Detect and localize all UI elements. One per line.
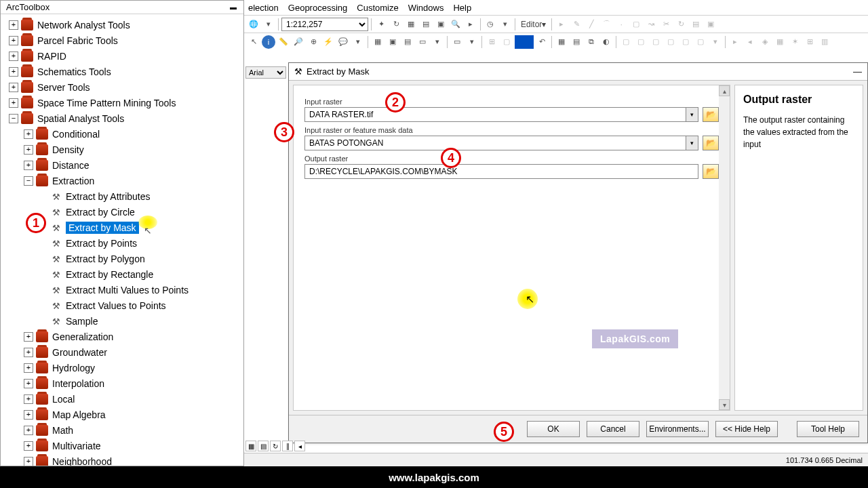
adjust-icon[interactable]: ◐ <box>599 35 613 49</box>
menu-item-election[interactable]: election <box>248 3 279 13</box>
input-raster-input[interactable] <box>305 108 686 121</box>
pause-drawing-icon[interactable]: ‖ <box>282 441 293 451</box>
flicker-icon[interactable]: ⧉ <box>585 35 598 49</box>
tool-item[interactable]: Extract by Rectangle <box>40 266 242 282</box>
toolset-item[interactable]: +Interpolation <box>24 375 242 391</box>
menu-item-customize[interactable]: Customize <box>357 3 398 13</box>
refresh-view-icon[interactable]: ↻ <box>270 441 281 451</box>
browse-button[interactable]: 📂 <box>703 107 719 122</box>
draw-more-icon[interactable]: ▾ <box>465 35 479 49</box>
cancel-button[interactable]: Cancel <box>587 421 639 437</box>
tool-item[interactable]: Extract Multi Values to Points <box>40 282 242 298</box>
table-icon[interactable]: ▤ <box>419 18 433 31</box>
menu-item-help[interactable]: Help <box>453 3 471 13</box>
georef-icon[interactable]: ▦ <box>371 35 384 49</box>
expand-icon[interactable]: + <box>9 36 18 45</box>
expand-icon[interactable]: + <box>24 363 33 373</box>
layout-view-tab[interactable]: ▤ <box>258 441 269 451</box>
georef-link-icon[interactable]: ▤ <box>401 35 414 49</box>
menu-item-geoprocessing[interactable]: Geoprocessing <box>288 3 347 13</box>
toolset-item[interactable]: +Map Algebra <box>24 407 242 422</box>
toolset-item[interactable]: +Space Time Pattern Mining Tools <box>9 95 242 110</box>
ok-button[interactable]: OK <box>527 421 580 437</box>
toolset-item[interactable]: +Multivariate <box>24 438 242 453</box>
layer-icon[interactable]: ▦ <box>404 18 418 31</box>
expand-icon[interactable]: + <box>24 129 33 139</box>
minimize-icon[interactable]: — <box>853 66 862 77</box>
expand-icon[interactable]: + <box>9 52 18 61</box>
tool-item[interactable]: Extract by Polygon <box>40 251 242 266</box>
toolset-item[interactable]: +Math <box>24 422 242 438</box>
arctoolbox-tree[interactable]: +Network Analyst Tools+Parcel Fabric Too… <box>1 14 243 466</box>
tool-item[interactable]: Extract by Mask <box>40 220 242 235</box>
find-icon[interactable]: 🔎 <box>292 35 305 49</box>
toolset-item[interactable]: +RAPID <box>9 48 242 64</box>
measure-icon[interactable]: 📏 <box>277 35 290 49</box>
expand-icon[interactable]: + <box>9 67 18 77</box>
hide-help-button[interactable]: << Hide Help <box>715 421 778 437</box>
python-icon[interactable]: ▸ <box>464 18 477 31</box>
scroll-left-icon[interactable]: ◂ <box>294 441 305 451</box>
dropdown-icon[interactable]: ▾ <box>686 108 698 121</box>
expand-icon[interactable]: + <box>24 348 33 357</box>
georef-add-icon[interactable]: ▣ <box>386 35 399 49</box>
tool-item[interactable]: Sample <box>40 313 242 329</box>
expand-icon[interactable]: + <box>24 332 33 342</box>
expand-icon[interactable]: + <box>9 98 18 108</box>
expand-icon[interactable]: + <box>24 145 33 155</box>
undo-icon[interactable]: ↶ <box>535 35 549 49</box>
data-view-tab[interactable]: ▦ <box>245 441 256 451</box>
mask-combo[interactable]: ▾ <box>304 136 698 150</box>
tool-item[interactable]: Extract by Points <box>40 235 242 251</box>
hyperlink-icon[interactable]: ⚡ <box>321 35 335 49</box>
menu-item-windows[interactable]: Windows <box>408 3 444 13</box>
scroll-up-icon[interactable]: ▴ <box>719 85 730 96</box>
draw-rect-icon[interactable]: ▭ <box>450 35 464 49</box>
toolset-item[interactable]: +Generalization <box>24 329 242 344</box>
dock-pin-icon[interactable]: ▬ <box>229 3 238 12</box>
model-icon[interactable]: ▾ <box>498 18 512 31</box>
swipe-icon[interactable]: ▤ <box>570 35 583 49</box>
collapse-icon[interactable]: − <box>24 176 33 186</box>
expand-icon[interactable]: + <box>24 161 33 170</box>
georef-adj-icon[interactable]: ▾ <box>431 35 444 49</box>
time-icon[interactable]: ◷ <box>484 18 497 31</box>
expand-icon[interactable]: + <box>24 426 33 435</box>
toolset-item[interactable]: +Neighborhood <box>24 453 242 466</box>
tool-help-button[interactable]: Tool Help <box>797 421 859 437</box>
more-icon[interactable]: ▾ <box>351 35 365 49</box>
georef-rect-icon[interactable]: ▭ <box>416 35 429 49</box>
toolset-item[interactable]: +Parcel Fabric Tools <box>9 33 242 48</box>
expand-icon[interactable]: + <box>9 83 18 92</box>
html-popup-icon[interactable]: 💬 <box>336 35 350 49</box>
toolset-item[interactable]: +Hydrology <box>24 360 242 375</box>
toolset-item[interactable]: +Distance <box>24 157 242 173</box>
collapse-icon[interactable]: − <box>9 114 18 123</box>
scrollbar-vertical[interactable]: ▴ ▾ <box>719 85 730 410</box>
toolset-item[interactable]: +Density <box>24 142 242 157</box>
search-icon[interactable]: 🔍 <box>449 18 462 31</box>
select-arrow-icon[interactable]: ↖ <box>247 35 260 49</box>
toolset-item[interactable]: +Conditional <box>24 126 242 142</box>
color-swatch[interactable] <box>515 35 534 49</box>
view-tabs[interactable]: ▦ ▤ ↻ ‖ ◂ <box>245 441 305 453</box>
expand-icon[interactable]: + <box>24 379 33 388</box>
browse-button[interactable]: 📂 <box>703 164 719 179</box>
toolset-item[interactable]: +Network Analyst Tools <box>9 17 242 33</box>
effects-icon[interactable]: ▦ <box>555 35 568 49</box>
environments-button[interactable]: Environments... <box>646 421 709 437</box>
toolset-item[interactable]: +Server Tools <box>9 79 242 95</box>
dropdown-icon[interactable]: ▾ <box>686 136 698 150</box>
tool-item[interactable]: Extract Values to Points <box>40 298 242 313</box>
catalog-icon[interactable]: ▣ <box>434 18 448 31</box>
expand-icon[interactable]: + <box>24 441 33 451</box>
mask-input[interactable] <box>305 136 686 150</box>
toolset-item[interactable]: +Schematics Tools <box>9 64 242 79</box>
tool-item[interactable]: Extract by Attributes <box>40 188 242 204</box>
toolset-item[interactable]: +Local <box>24 391 242 407</box>
font-select[interactable]: Arial <box>245 66 286 79</box>
dropdown-icon[interactable]: ▾ <box>262 18 275 31</box>
expand-icon[interactable]: + <box>24 457 33 466</box>
expand-icon[interactable]: + <box>24 394 33 404</box>
input-raster-combo[interactable]: ▾ <box>304 107 698 122</box>
